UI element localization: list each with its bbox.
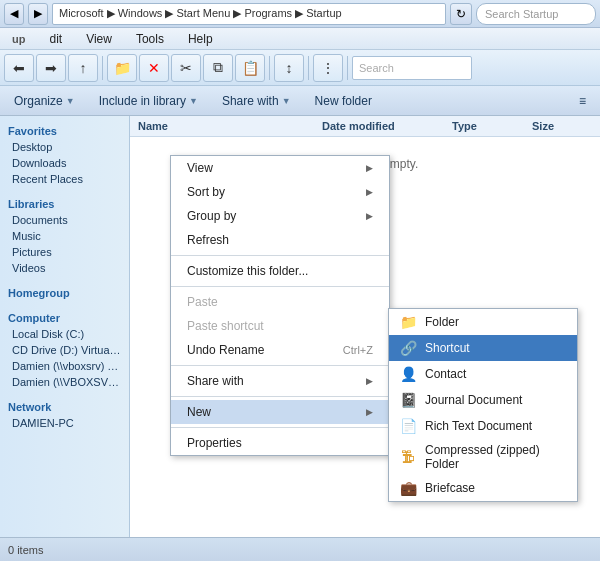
toolbar-search-placeholder: Search (359, 62, 394, 74)
include-in-library-label: Include in library (99, 94, 186, 108)
sidebar-section-favorites: Favorites Desktop Downloads Recent Place… (0, 122, 129, 187)
toolbar-search[interactable]: Search (352, 56, 472, 80)
menu-item-tools[interactable]: Tools (128, 30, 172, 48)
share-with-button[interactable]: Share with ▼ (216, 92, 297, 110)
sub-item-folder[interactable]: 📁 Folder (389, 309, 577, 335)
sub-zip-label: Compressed (zipped) Folder (425, 443, 567, 471)
sub-briefcase-label: Briefcase (425, 481, 475, 495)
include-in-library-button[interactable]: Include in library ▼ (93, 92, 204, 110)
sidebar-item-documents[interactable]: Documents (0, 212, 129, 228)
content-header: Name Date modified Type Size (130, 116, 600, 137)
paste-icon: 📋 (242, 60, 258, 76)
views-toolbar-btn[interactable]: ⋮ (313, 54, 343, 82)
shortcut-icon: 🔗 (399, 339, 417, 357)
rtf-icon: 📄 (399, 417, 417, 435)
move-icon: ↕ (281, 60, 297, 76)
sidebar-favorites-title: Favorites (0, 122, 129, 139)
ctx-customize-label: Customize this folder... (187, 264, 308, 278)
new-folder-toolbar-btn[interactable]: 📁 (107, 54, 137, 82)
menu-item-help[interactable]: Help (180, 30, 221, 48)
ctx-sort-by[interactable]: Sort by (171, 180, 389, 204)
ctx-sep-5 (171, 427, 389, 428)
cut-toolbar-btn[interactable]: ✂ (171, 54, 201, 82)
zip-icon: 🗜 (399, 448, 417, 466)
menu-item-view[interactable]: View (78, 30, 120, 48)
sidebar-item-damien-z[interactable]: Damien (\\VBOXSVR) (Z:) (0, 374, 129, 390)
ctx-sep-1 (171, 255, 389, 256)
ctx-sep-4 (171, 396, 389, 397)
sub-shortcut-label: Shortcut (425, 341, 470, 355)
ctx-paste[interactable]: Paste (171, 290, 389, 314)
col-date[interactable]: Date modified (322, 120, 452, 132)
sidebar-item-damien-e[interactable]: Damien (\\vboxsrv) (E:) (0, 358, 129, 374)
view-toggle-button[interactable]: ≡ (573, 92, 592, 110)
copy-toolbar-btn[interactable]: ⧉ (203, 54, 233, 82)
context-menu: View Sort by Group by Refresh Customize … (170, 155, 390, 456)
sidebar-item-videos[interactable]: Videos (0, 260, 129, 276)
sidebar-item-recent-places[interactable]: Recent Places (0, 171, 129, 187)
sub-item-shortcut[interactable]: 🔗 Shortcut (389, 335, 577, 361)
ctx-paste-shortcut[interactable]: Paste shortcut (171, 314, 389, 338)
new-submenu: 📁 Folder 🔗 Shortcut 👤 Contact 📓 Journal … (388, 308, 578, 502)
paste-toolbar-btn[interactable]: 📋 (235, 54, 265, 82)
sub-item-zip[interactable]: 🗜 Compressed (zipped) Folder (389, 439, 577, 475)
sub-item-contact[interactable]: 👤 Contact (389, 361, 577, 387)
back-button[interactable]: ◀ (4, 3, 24, 25)
sub-journal-label: Journal Document (425, 393, 522, 407)
forward-toolbar-btn[interactable]: ➡ (36, 54, 66, 82)
ctx-share-with[interactable]: Share with (171, 369, 389, 393)
share-chevron: ▼ (282, 96, 291, 106)
sub-item-journal[interactable]: 📓 Journal Document (389, 387, 577, 413)
back-toolbar-btn[interactable]: ⬅ (4, 54, 34, 82)
new-folder-button[interactable]: New folder (309, 92, 378, 110)
share-with-label: Share with (222, 94, 279, 108)
sidebar-section-homegroup: Homegroup (0, 284, 129, 301)
sidebar-item-desktop[interactable]: Desktop (0, 139, 129, 155)
organize-button[interactable]: Organize ▼ (8, 92, 81, 110)
ctx-group-by[interactable]: Group by (171, 204, 389, 228)
move-toolbar-btn[interactable]: ↕ (274, 54, 304, 82)
ctx-view[interactable]: View (171, 156, 389, 180)
sidebar-libraries-title: Libraries (0, 195, 129, 212)
ctx-properties-label: Properties (187, 436, 242, 450)
col-name[interactable]: Name (138, 120, 322, 132)
sub-item-briefcase[interactable]: 💼 Briefcase (389, 475, 577, 501)
journal-icon: 📓 (399, 391, 417, 409)
sidebar-item-cd-drive[interactable]: CD Drive (D:) VirtualBox G... (0, 342, 129, 358)
views-icon: ⋮ (320, 60, 336, 76)
menu-item-window-title: up (4, 31, 33, 47)
breadcrumb[interactable]: Microsoft ▶ Windows ▶ Start Menu ▶ Progr… (52, 3, 446, 25)
ctx-share-label: Share with (187, 374, 244, 388)
status-text: 0 items (8, 544, 43, 556)
ctx-refresh[interactable]: Refresh (171, 228, 389, 252)
ctx-undo-label: Undo Rename (187, 343, 264, 357)
search-box[interactable]: Search Startup (476, 3, 596, 25)
sidebar-item-pictures[interactable]: Pictures (0, 244, 129, 260)
sidebar-item-local-disk[interactable]: Local Disk (C:) (0, 326, 129, 342)
col-size[interactable]: Size (532, 120, 592, 132)
forward-button[interactable]: ▶ (28, 3, 48, 25)
cut-icon: ✂ (178, 60, 194, 76)
menu-item-edit[interactable]: dit (41, 30, 70, 48)
sub-folder-label: Folder (425, 315, 459, 329)
ctx-customize[interactable]: Customize this folder... (171, 259, 389, 283)
col-type[interactable]: Type (452, 120, 532, 132)
sidebar-section-computer: Computer Local Disk (C:) CD Drive (D:) V… (0, 309, 129, 390)
ctx-undo-rename[interactable]: Undo Rename Ctrl+Z (171, 338, 389, 362)
delete-toolbar-btn[interactable]: ✕ (139, 54, 169, 82)
ctx-properties[interactable]: Properties (171, 431, 389, 455)
ctx-new[interactable]: New (171, 400, 389, 424)
sidebar-item-music[interactable]: Music (0, 228, 129, 244)
refresh-button[interactable]: ↻ (450, 3, 472, 25)
search-placeholder: Search Startup (485, 8, 558, 20)
toolbar-separator-3 (308, 56, 309, 80)
include-chevron: ▼ (189, 96, 198, 106)
organize-label: Organize (14, 94, 63, 108)
sidebar-item-downloads[interactable]: Downloads (0, 155, 129, 171)
sub-item-rtf[interactable]: 📄 Rich Text Document (389, 413, 577, 439)
sidebar-item-damien-pc[interactable]: DAMIEN-PC (0, 415, 129, 431)
ctx-paste-shortcut-label: Paste shortcut (187, 319, 264, 333)
sidebar-computer-title: Computer (0, 309, 129, 326)
copy-icon: ⧉ (210, 60, 226, 76)
up-toolbar-btn[interactable]: ↑ (68, 54, 98, 82)
